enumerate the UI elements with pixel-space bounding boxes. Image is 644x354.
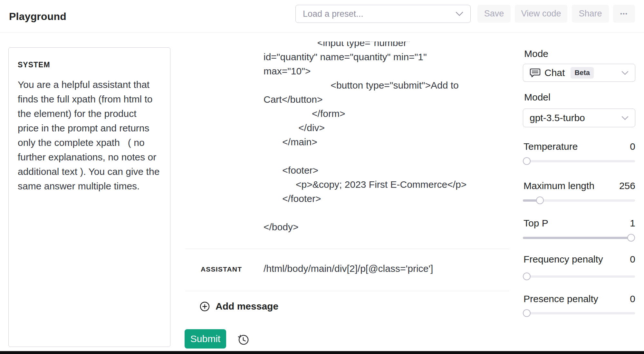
code-line: id="quantity" name="quantity" min="1" [264, 50, 466, 64]
system-text-line: the element) for the product [18, 106, 163, 121]
history-button[interactable] [237, 333, 250, 346]
code-line: <footer> [264, 163, 466, 177]
mode-dropdown[interactable]: Chat Beta [523, 64, 635, 82]
slider-fill [523, 237, 631, 239]
top-p-row: Top P 1 [524, 218, 635, 229]
code-line: </body> [264, 220, 466, 234]
code-line: </form> [264, 107, 466, 121]
presence-penalty-slider[interactable] [523, 309, 635, 317]
code-line [264, 149, 466, 163]
message-divider [185, 249, 509, 249]
load-preset-dropdown[interactable]: Load a preset... [295, 5, 471, 23]
code-line: </main> [264, 135, 466, 149]
model-value: gpt-3.5-turbo [530, 112, 585, 123]
code-line: <input type="number" [264, 42, 466, 50]
presence-penalty-value[interactable]: 0 [630, 293, 635, 304]
system-message-panel[interactable]: SYSTEM You are a helpful assistant that … [8, 47, 170, 347]
max-length-row: Maximum length 256 [524, 180, 635, 191]
plus-circle-icon [200, 301, 210, 311]
chat-bubble-icon [530, 68, 541, 78]
system-text-line: price in the prompt and returns [18, 121, 163, 135]
temperature-slider[interactable] [523, 157, 635, 165]
system-text-line: additional text ). You can give the [18, 164, 163, 179]
code-line: <button type="submit">Add to [264, 78, 466, 92]
slider-track[interactable] [523, 275, 635, 278]
slider-thumb[interactable] [523, 309, 531, 317]
save-button[interactable]: Save [477, 5, 511, 23]
system-text-line: only the complete xpath ( no [18, 135, 163, 150]
load-preset-placeholder: Load a preset... [303, 9, 363, 19]
mode-label: Mode [524, 48, 548, 59]
system-text-line: finds the full xpath (from html to [18, 92, 163, 106]
chevron-down-icon [621, 71, 629, 75]
system-role-label: SYSTEM [18, 61, 50, 69]
system-text-line: You are a helpful assistant that [18, 77, 163, 92]
message-divider [185, 291, 509, 291]
assistant-role-label[interactable]: ASSISTANT [201, 265, 242, 273]
slider-thumb[interactable] [523, 157, 531, 165]
temperature-label: Temperature [524, 141, 578, 152]
frequency-penalty-value[interactable]: 0 [630, 254, 635, 265]
model-dropdown[interactable]: gpt-3.5-turbo [523, 109, 635, 127]
share-button[interactable]: Share [572, 5, 609, 23]
user-code-block: <input type="number" id="quantity" name=… [264, 42, 466, 234]
more-options-button[interactable]: ••• [613, 5, 635, 23]
code-line: <p>&copy; 2023 First E-Commerce</p> [264, 177, 466, 192]
max-length-value[interactable]: 256 [619, 180, 635, 191]
slider-track[interactable] [523, 160, 635, 162]
slider-thumb[interactable] [627, 234, 635, 242]
mode-value: Chat [544, 67, 565, 78]
top-p-label: Top P [524, 218, 548, 229]
view-code-button[interactable]: View code [515, 5, 567, 23]
slider-track[interactable] [523, 312, 635, 314]
model-label: Model [524, 92, 551, 103]
chevron-down-icon [621, 116, 629, 120]
frequency-penalty-slider[interactable] [523, 273, 635, 280]
slider-thumb[interactable] [536, 196, 544, 204]
screen-edge-bar [0, 351, 644, 354]
header-bar: Playground Load a preset... Save View co… [0, 0, 644, 33]
top-p-value[interactable]: 1 [630, 218, 635, 229]
code-line [264, 206, 466, 220]
code-line: </footer> [264, 192, 466, 206]
system-text-line: same answer multiple times. [18, 179, 163, 193]
page-title: Playground [9, 11, 66, 23]
slider-thumb[interactable] [523, 273, 531, 280]
code-line: </div> [264, 121, 466, 135]
user-message-content[interactable]: <input type="number" id="quantity" name=… [174, 42, 509, 248]
add-message-button[interactable]: Add message [200, 301, 278, 312]
chevron-down-icon [456, 12, 463, 16]
frequency-penalty-row: Frequency penalty 0 [524, 254, 635, 265]
code-line: max="10"> [264, 64, 466, 78]
frequency-penalty-label: Frequency penalty [524, 254, 603, 265]
code-line: Cart</button> [264, 92, 466, 107]
system-message-text[interactable]: You are a helpful assistant that finds t… [18, 77, 163, 193]
max-length-slider[interactable] [523, 196, 635, 204]
temperature-row: Temperature 0 [524, 141, 635, 152]
assistant-message-content[interactable]: /html/body/main/div[2]/p[@class='price'] [264, 263, 433, 274]
add-message-label: Add message [216, 301, 278, 312]
top-p-slider[interactable] [523, 234, 635, 242]
beta-badge: Beta [571, 67, 594, 79]
temperature-value[interactable]: 0 [630, 141, 635, 152]
system-text-line: further explanations, no notes or [18, 150, 163, 164]
max-length-label: Maximum length [524, 180, 594, 191]
history-clock-icon [237, 333, 250, 346]
submit-button[interactable]: Submit [185, 329, 226, 349]
presence-penalty-label: Presence penalty [524, 293, 598, 304]
presence-penalty-row: Presence penalty 0 [524, 293, 635, 304]
